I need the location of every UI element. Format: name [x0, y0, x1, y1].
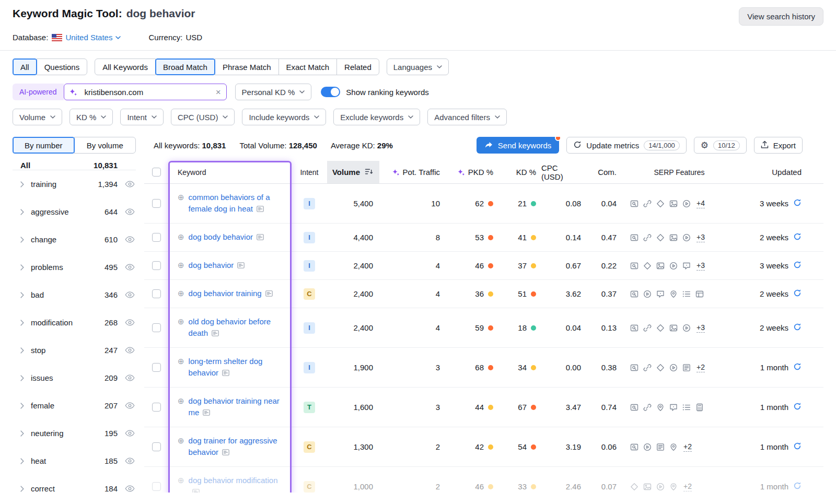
match-type-tab[interactable]: Broad Match: [155, 58, 215, 75]
list-icon[interactable]: [682, 290, 691, 298]
languages-dropdown[interactable]: Languages: [387, 58, 449, 75]
chevron-right-icon[interactable]: [20, 486, 24, 492]
keyword-link[interactable]: dog behavior training near me: [189, 396, 280, 417]
chevron-right-icon[interactable]: [20, 209, 24, 215]
video-icon[interactable]: [682, 233, 691, 242]
sidebar-group-item[interactable]: correct 184: [13, 475, 136, 493]
filter-dropdown[interactable]: Volume: [13, 109, 62, 125]
link-icon[interactable]: [643, 364, 652, 372]
image-icon[interactable]: [669, 200, 678, 208]
serp-preview-icon[interactable]: [222, 447, 229, 459]
add-keyword-icon[interactable]: ⊕: [178, 192, 184, 203]
chevron-right-icon[interactable]: [20, 458, 24, 464]
sidebar-group-item[interactable]: neutering 195: [13, 419, 136, 447]
row-checkbox[interactable]: [152, 403, 161, 412]
row-checkbox[interactable]: [152, 363, 161, 372]
refresh-icon[interactable]: [793, 232, 802, 242]
chevron-right-icon[interactable]: [20, 181, 24, 187]
add-keyword-icon[interactable]: ⊕: [178, 356, 184, 367]
filter-dropdown[interactable]: Intent: [120, 109, 164, 125]
filter-dropdown[interactable]: Include keywords: [242, 109, 326, 125]
serp-more-link[interactable]: +2: [696, 363, 705, 372]
preview-icon[interactable]: [630, 324, 638, 332]
clear-input-icon[interactable]: ×: [216, 88, 221, 97]
chevron-right-icon[interactable]: [20, 347, 24, 354]
serp-preview-icon[interactable]: [257, 204, 264, 215]
row-checkbox[interactable]: [152, 199, 161, 208]
link-icon[interactable]: [643, 200, 652, 208]
table-icon[interactable]: [695, 290, 704, 298]
keyword-link[interactable]: dog behavior modification: [189, 476, 278, 485]
serp-preview-icon[interactable]: [237, 260, 245, 272]
refresh-icon[interactable]: [793, 323, 802, 333]
image-icon[interactable]: [643, 483, 652, 491]
filter-dropdown[interactable]: Exclude keywords: [333, 109, 420, 125]
serp-more-link[interactable]: +3: [696, 233, 705, 242]
video-icon[interactable]: [643, 443, 652, 451]
select-all-checkbox[interactable]: [152, 168, 161, 177]
card-icon[interactable]: [656, 443, 665, 451]
serp-more-link[interactable]: +2: [683, 482, 692, 491]
filter-dropdown[interactable]: KD %: [69, 109, 113, 125]
preview-icon[interactable]: [630, 403, 638, 412]
sidebar-group-item[interactable]: training 1,394: [13, 170, 136, 198]
diamond-icon[interactable]: [643, 262, 652, 270]
preview-icon[interactable]: [630, 200, 638, 208]
list-icon[interactable]: [682, 403, 691, 412]
question-icon[interactable]: [656, 290, 665, 298]
personal-kd-dropdown[interactable]: Personal KD %: [235, 84, 312, 100]
keyword-link[interactable]: old dog behavior before death: [189, 317, 271, 337]
add-keyword-icon[interactable]: ⊕: [178, 231, 184, 243]
refresh-icon[interactable]: [793, 442, 802, 452]
row-checkbox[interactable]: [152, 289, 161, 298]
link-icon[interactable]: [643, 403, 652, 412]
eye-icon[interactable]: [125, 319, 135, 326]
match-type-tab[interactable]: All: [13, 58, 37, 75]
sidebar-group-item[interactable]: bad 346: [13, 281, 136, 309]
eye-icon[interactable]: [125, 458, 135, 464]
diamond-icon[interactable]: [630, 483, 638, 491]
refresh-icon[interactable]: [793, 261, 802, 271]
filter-dropdown[interactable]: Advanced filters: [427, 109, 507, 125]
question-icon[interactable]: [669, 403, 678, 412]
sidebar-group-item[interactable]: modification 268: [13, 309, 136, 336]
card-icon[interactable]: [682, 364, 691, 372]
eye-icon[interactable]: [125, 374, 135, 381]
preview-icon[interactable]: [630, 443, 638, 451]
eye-icon[interactable]: [125, 264, 135, 271]
chevron-right-icon[interactable]: [20, 320, 24, 326]
sidebar-group-item[interactable]: heat 185: [13, 447, 136, 475]
add-keyword-icon[interactable]: ⊕: [178, 475, 184, 486]
serp-preview-icon[interactable]: [265, 288, 273, 300]
row-checkbox[interactable]: [152, 323, 161, 332]
chevron-right-icon[interactable]: [20, 237, 24, 243]
database-select[interactable]: United States: [52, 33, 121, 42]
serp-more-link[interactable]: +4: [696, 199, 705, 208]
match-type-tab[interactable]: Phrase Match: [215, 58, 279, 75]
add-keyword-icon[interactable]: ⊕: [178, 316, 184, 327]
eye-icon[interactable]: [125, 347, 135, 354]
location-icon[interactable]: [669, 483, 678, 491]
send-keywords-button[interactable]: Send keywords: [477, 137, 560, 154]
update-metrics-button[interactable]: Update metrics 14/1,000: [566, 137, 686, 154]
diamond-icon[interactable]: [656, 200, 665, 208]
export-button[interactable]: Export: [754, 137, 803, 154]
refresh-icon[interactable]: [793, 402, 802, 412]
keyword-link[interactable]: dog trainer for aggressive behavior: [189, 436, 277, 456]
chevron-right-icon[interactable]: [20, 403, 24, 409]
eye-icon[interactable]: [125, 485, 135, 492]
match-type-tab[interactable]: Questions: [37, 58, 88, 75]
link-icon[interactable]: [643, 324, 652, 332]
eye-icon[interactable]: [125, 430, 135, 437]
diamond-icon[interactable]: [656, 364, 665, 372]
diamond-icon[interactable]: [656, 233, 665, 242]
row-checkbox[interactable]: [152, 482, 161, 491]
keyword-link[interactable]: dog behavior: [189, 261, 234, 269]
serp-preview-icon[interactable]: [212, 328, 219, 339]
chevron-right-icon[interactable]: [20, 375, 24, 381]
serp-more-link[interactable]: +3: [696, 323, 705, 333]
eye-icon[interactable]: [125, 236, 135, 243]
video-icon[interactable]: [643, 290, 652, 298]
sidebar-group-item[interactable]: aggressive 644: [13, 198, 136, 226]
serp-preview-icon[interactable]: [222, 368, 229, 379]
